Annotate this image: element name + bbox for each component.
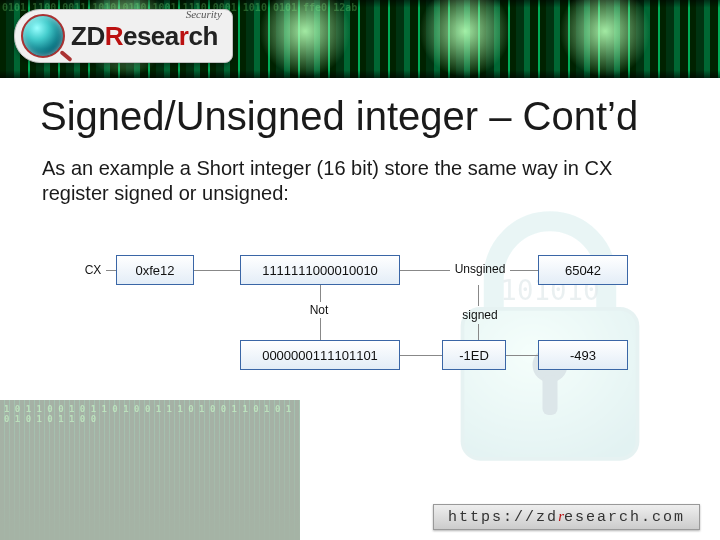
footer-url-part: esearch.com bbox=[564, 509, 685, 526]
brand-tagline: Security bbox=[186, 8, 222, 20]
unsigned-label: Unsgined bbox=[450, 260, 510, 278]
connector bbox=[320, 285, 321, 302]
brand-name-part: ch bbox=[188, 21, 217, 51]
negated-hex-box: -1ED bbox=[442, 340, 506, 370]
brand-logo: Security ZDResearch bbox=[14, 10, 264, 62]
footer-matrix-background bbox=[0, 400, 300, 540]
brand-name-part: r bbox=[179, 21, 189, 51]
hex-value-box: 0xfe12 bbox=[116, 255, 194, 285]
magnifier-icon bbox=[21, 14, 65, 58]
not-op-label: Not bbox=[294, 302, 344, 318]
header-glow bbox=[260, 0, 350, 78]
slide-title: Signed/Unsigned integer – Cont’d bbox=[40, 96, 638, 136]
footer-url-part: zd bbox=[536, 509, 558, 526]
brand-name: ZDResearch bbox=[71, 23, 218, 49]
connector bbox=[194, 270, 240, 271]
footer-url-scheme: https:// bbox=[448, 509, 536, 526]
unsigned-decimal-box: 65042 bbox=[538, 255, 628, 285]
integer-diagram: CX 0xfe12 1111111000010010 Unsgined 6504… bbox=[80, 240, 640, 400]
signed-label: signed bbox=[452, 306, 508, 324]
connector bbox=[400, 355, 442, 356]
brand-name-part: esea bbox=[123, 21, 179, 51]
footer-url: https://zdresearch.com bbox=[433, 504, 700, 530]
connector bbox=[478, 324, 479, 340]
header-glow bbox=[420, 0, 510, 78]
connector bbox=[510, 270, 538, 271]
brand-logo-pill: Security ZDResearch bbox=[14, 9, 233, 63]
binary-original-box: 1111111000010010 bbox=[240, 255, 400, 285]
connector bbox=[320, 318, 321, 340]
brand-name-part: R bbox=[105, 21, 123, 51]
connector bbox=[400, 270, 450, 271]
brand-name-part: ZD bbox=[71, 21, 105, 51]
connector bbox=[478, 285, 479, 306]
binary-not-box: 0000000111101101 bbox=[240, 340, 400, 370]
slide-subtitle: As an example a Short integer (16 bit) s… bbox=[42, 156, 660, 206]
signed-decimal-box: -493 bbox=[538, 340, 628, 370]
header-glow bbox=[560, 0, 650, 78]
connector bbox=[506, 355, 538, 356]
connector bbox=[106, 270, 116, 271]
slide: 101010 Security ZDResearch Signed/Unsign… bbox=[0, 0, 720, 540]
register-label-cx: CX bbox=[80, 262, 106, 278]
